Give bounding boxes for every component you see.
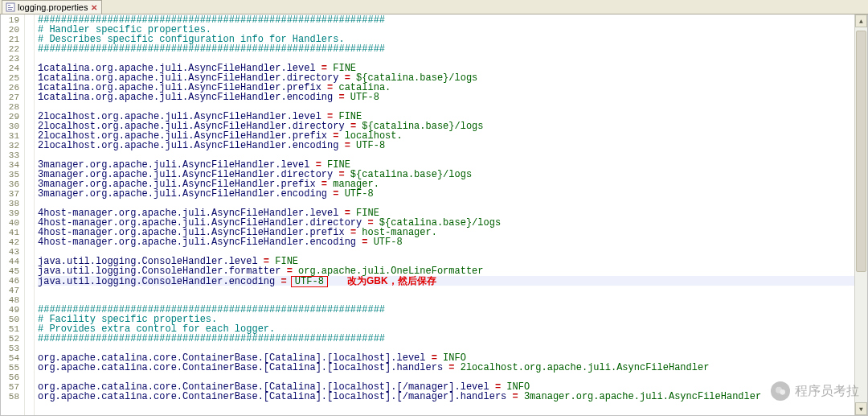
line-number: 56 [1, 373, 19, 382]
line-number: 22 [1, 44, 19, 54]
line-number: 41 [1, 228, 19, 237]
line-number: 49 [1, 305, 19, 315]
line-number: 48 [1, 295, 19, 305]
line-number: 29 [1, 112, 19, 122]
line-number: 34 [1, 160, 19, 170]
line-number: 57 [1, 382, 19, 392]
code-line[interactable]: org.apache.catalina.core.ContainerBase.[… [38, 363, 854, 373]
code-line[interactable]: ########################################… [38, 44, 854, 54]
code-line[interactable]: 2localhost.org.apache.juli.AsyncFileHand… [38, 141, 854, 150]
scroll-thumb[interactable] [856, 31, 866, 272]
svg-rect-1 [8, 5, 10, 6]
line-number: 28 [1, 102, 19, 112]
line-number: 40 [1, 218, 19, 228]
annotation-text: 改为GBK，然后保存 [347, 275, 436, 286]
code-area[interactable]: ########################################… [35, 14, 854, 415]
code-line[interactable] [38, 286, 854, 295]
line-number: 20 [1, 25, 19, 35]
line-number: 27 [1, 93, 19, 102]
line-number: 43 [1, 247, 19, 257]
line-number: 33 [1, 150, 19, 160]
code-line[interactable]: java.util.logging.ConsoleHandler.encodin… [38, 276, 854, 286]
svg-rect-3 [8, 9, 12, 10]
code-line[interactable]: java.util.logging.ConsoleHandler.formatt… [38, 266, 854, 276]
line-number: 25 [1, 73, 19, 83]
code-editor: 1920212223242526272829303132333435363738… [0, 14, 868, 416]
line-number: 23 [1, 54, 19, 64]
line-number: 32 [1, 141, 19, 150]
line-number: 52 [1, 334, 19, 344]
line-number: 30 [1, 122, 19, 131]
line-number: 37 [1, 189, 19, 199]
line-number: 58 [1, 392, 19, 402]
code-line[interactable]: ########################################… [38, 334, 854, 344]
scroll-up-button[interactable]: ▲ [855, 14, 867, 27]
line-number-gutter: 1920212223242526272829303132333435363738… [1, 14, 25, 415]
line-number: 36 [1, 179, 19, 189]
code-line[interactable]: 1catalina.org.apache.juli.AsyncFileHandl… [38, 93, 854, 102]
fold-gutter [25, 14, 35, 415]
line-number: 19 [1, 15, 19, 25]
line-number: 24 [1, 64, 19, 73]
code-line[interactable]: 3manager.org.apache.juli.AsyncFileHandle… [38, 189, 854, 199]
line-number: 46 [1, 276, 19, 286]
vertical-scrollbar[interactable]: ▲ ▼ [854, 14, 867, 415]
file-tab[interactable]: logging.properties ✕ [2, 0, 102, 14]
close-icon[interactable]: ✕ [90, 3, 98, 11]
line-number: 39 [1, 208, 19, 218]
svg-rect-2 [8, 7, 13, 8]
line-number: 35 [1, 170, 19, 179]
line-number: 53 [1, 344, 19, 353]
properties-file-icon [6, 2, 15, 12]
tab-bar: logging.properties ✕ [0, 0, 868, 14]
line-number: 26 [1, 83, 19, 93]
code-line[interactable]: org.apache.catalina.core.ContainerBase.[… [38, 392, 854, 402]
line-number: 50 [1, 315, 19, 324]
line-number: 45 [1, 266, 19, 276]
line-number: 31 [1, 131, 19, 141]
scroll-down-button[interactable]: ▼ [855, 402, 867, 415]
line-number: 55 [1, 363, 19, 373]
code-line[interactable]: 4host-manager.org.apache.juli.AsyncFileH… [38, 237, 854, 247]
line-number: 21 [1, 35, 19, 44]
line-number: 47 [1, 286, 19, 295]
line-number: 42 [1, 237, 19, 247]
tab-title: logging.properties [18, 2, 88, 12]
line-number: 54 [1, 353, 19, 363]
line-number: 44 [1, 257, 19, 266]
line-number: 38 [1, 199, 19, 208]
line-number: 51 [1, 324, 19, 334]
